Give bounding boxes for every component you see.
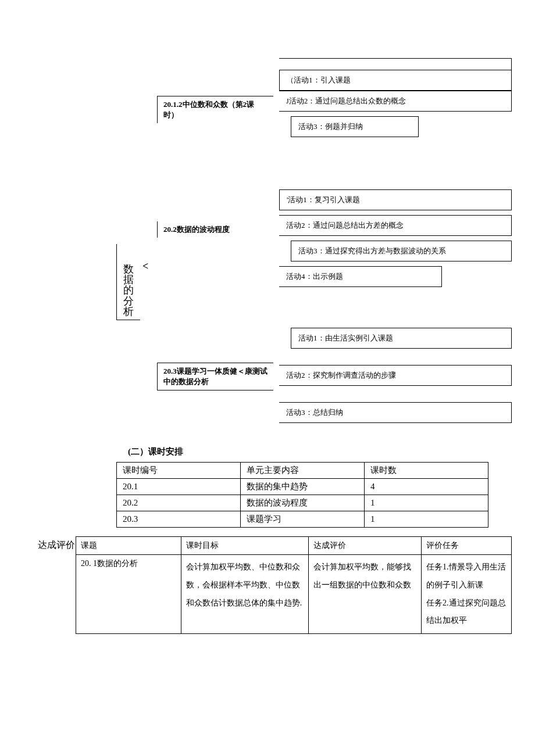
- table-row: 20.1 数据的集中趋势 4: [117, 479, 488, 495]
- gap: [110, 293, 512, 328]
- activities-3: 活动1：由生活实例引入课题 活动2：探究制作调查活动的步骤 活动3：总结归纳: [279, 328, 512, 423]
- cell: 数据的集中趋势: [241, 479, 365, 495]
- schedule-title: (二）课时安排: [128, 446, 512, 457]
- activities-1: （活动1：引入课题 J活动2：通过问题总结出众数的概念 活动3：例题并归纳: [279, 58, 512, 137]
- activity-1-2: J活动2：通过问题总结出众数的概念: [279, 91, 512, 112]
- cell-goal: 会计算加权平均数、中位数和众数，会根据样本平均数、中位数和众数估计数据总体的集中…: [181, 555, 309, 634]
- activity-3-2: 活动2：探究制作调查活动的步骤: [279, 365, 512, 386]
- activity-2-2: 活动2：通过问题总结出方差的概念: [279, 215, 512, 236]
- section-block-3: 20.3课题学习一体质健＜康测试中的数据分析 活动1：由生活实例引入课题 活动2…: [157, 328, 512, 423]
- activity-text: 活动3：通过探究得出方差与数据波动的关系: [298, 246, 446, 255]
- diagram-area: 数据的分析 < 20.1.2中位数和众数（第2课时） （活动1：引入课题 J活动…: [110, 58, 512, 423]
- section-label-2: 20.2数据的波动程度: [157, 221, 273, 238]
- header-cell: 达成评价: [309, 537, 422, 555]
- table-header-row: 课时编号 单元主要内容 课时数: [117, 463, 488, 479]
- activity-text: 活动2：探究制作调查活动的步骤: [286, 371, 396, 379]
- header-cell: 课题: [76, 537, 181, 555]
- header-cell: 课时目标: [181, 537, 309, 555]
- gap: [110, 143, 512, 189]
- activity-text: 活动1：复习引入课题: [288, 195, 360, 204]
- schedule-table: 课时编号 单元主要内容 课时数 20.1 数据的集中趋势 4 20.2 数据的波…: [116, 462, 488, 528]
- cell: 1: [365, 511, 488, 528]
- header-cell: 单元主要内容: [241, 463, 365, 479]
- section-label-3: 20.3课题学习一体质健＜康测试中的数据分析: [157, 363, 273, 390]
- cell: 20.2: [117, 495, 241, 511]
- activity-text: 活动3：例题并归纳: [298, 122, 363, 131]
- cell: 20.3: [117, 511, 241, 528]
- activity-1-1: （活动1：引入课题: [279, 70, 512, 91]
- cell: 课题学习: [241, 511, 365, 528]
- evaluation-label: 达成评价: [23, 536, 76, 551]
- gap: [279, 390, 512, 402]
- activity-text: 活动2：通过问题总结出方差的概念: [286, 221, 404, 230]
- table-row: 20.2 数据的波动程度 1: [117, 495, 488, 511]
- section-label-1: 20.1.2中位数和众数（第2课时）: [157, 96, 273, 123]
- cell: 20.1: [117, 479, 241, 495]
- header-cell: 评价任务: [422, 537, 512, 555]
- activity-1-3: 活动3：例题并归纳: [291, 116, 419, 137]
- activity-3-3: 活动3：总结归纳: [279, 402, 512, 423]
- table-row: 20. 1数据的分析 会计算加权平均数、中位数和众数，会根据样本平均数、中位数和…: [76, 555, 512, 634]
- activity-text: 活动3：总结归纳: [286, 408, 343, 417]
- gap: [279, 353, 512, 365]
- activity-2-4: 活动4：出示例题: [279, 266, 442, 287]
- activity-3-1: 活动1：由生活实例引入课题: [291, 328, 512, 349]
- chevron-icon: <: [142, 260, 148, 273]
- cell-topic: 20. 1数据的分析: [76, 555, 181, 634]
- vertical-title: 数据的分析: [116, 244, 140, 320]
- activities-2: '活动1：复习引入课题 活动2：通过问题总结出方差的概念 活动3：通过探究得出方…: [279, 189, 512, 287]
- activity-text: 活动1：由生活实例引入课题: [298, 334, 393, 342]
- evaluation-table: 课题 课时目标 达成评价 评价任务 20. 1数据的分析 会计算加权平均数、中位…: [76, 536, 512, 634]
- activity-text: 活动1：引入课题: [294, 76, 351, 84]
- activity-2-1: '活动1：复习引入课题: [279, 189, 512, 210]
- cell-achieve: 会计算加权平均数，能够找出一组数据的中位数和众数: [309, 555, 422, 634]
- activity-2-3: 活动3：通过探究得出方差与数据波动的关系: [291, 241, 512, 261]
- section-block-1: 20.1.2中位数和众数（第2课时） （活动1：引入课题 J活动2：通过问题总结…: [157, 58, 512, 137]
- table-row: 20.3 课题学习 1: [117, 511, 488, 528]
- cell: 4: [365, 479, 488, 495]
- table-header-row: 课题 课时目标 达成评价 评价任务: [76, 537, 512, 555]
- evaluation-section: 达成评价 课题 课时目标 达成评价 评价任务 20. 1数据的分析 会计算加权平…: [23, 536, 512, 634]
- cell-task: 任务1.情景导入用生活的例子引入新课 任务2.通过探究问题总结出加权平: [422, 555, 512, 634]
- activity-prefix: （: [287, 76, 294, 84]
- cell: 数据的波动程度: [241, 495, 365, 511]
- activity-text: 活动2：通过问题总结出众数的概念: [289, 96, 406, 105]
- section-block-2: 20.2数据的波动程度 '活动1：复习引入课题 活动2：通过问题总结出方差的概念…: [157, 189, 512, 287]
- header-cell: 课时编号: [117, 463, 241, 479]
- activity-text: 活动4：出示例题: [286, 272, 343, 281]
- cell: 1: [365, 495, 488, 511]
- top-border-stub: [279, 58, 512, 70]
- header-cell: 课时数: [365, 463, 488, 479]
